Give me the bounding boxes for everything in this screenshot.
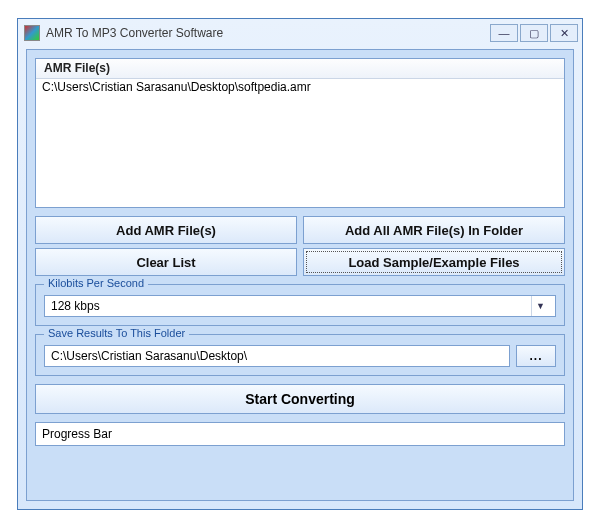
app-icon	[24, 25, 40, 41]
save-folder-input[interactable]: C:\Users\Cristian Sarasanu\Desktop\	[44, 345, 510, 367]
load-sample-button[interactable]: Load Sample/Example Files	[303, 248, 565, 276]
start-converting-button[interactable]: Start Converting	[35, 384, 565, 414]
clear-list-button[interactable]: Clear List	[35, 248, 297, 276]
save-folder-group: Save Results To This Folder C:\Users\Cri…	[35, 334, 565, 376]
window-chrome: AMR To MP3 Converter Software — ▢ ✕ AMR …	[0, 0, 600, 528]
maximize-button[interactable]: ▢	[520, 24, 548, 42]
kilobits-group: Kilobits Per Second 128 kbps ▼	[35, 284, 565, 326]
kilobits-value: 128 kbps	[51, 299, 100, 313]
chevron-down-icon[interactable]: ▼	[531, 296, 549, 316]
progress-bar: Progress Bar	[35, 422, 565, 446]
app-frame: AMR To MP3 Converter Software — ▢ ✕ AMR …	[17, 18, 583, 510]
titlebar[interactable]: AMR To MP3 Converter Software — ▢ ✕	[18, 19, 582, 47]
minimize-button[interactable]: —	[490, 24, 518, 42]
add-folder-button[interactable]: Add All AMR File(s) In Folder	[303, 216, 565, 244]
add-files-button[interactable]: Add AMR File(s)	[35, 216, 297, 244]
file-list[interactable]: AMR File(s) C:\Users\Cristian Sarasanu\D…	[35, 58, 565, 208]
file-list-header[interactable]: AMR File(s)	[36, 59, 564, 79]
close-button[interactable]: ✕	[550, 24, 578, 42]
window-title: AMR To MP3 Converter Software	[46, 26, 488, 40]
progress-label: Progress Bar	[42, 427, 112, 441]
save-folder-value: C:\Users\Cristian Sarasanu\Desktop\	[51, 349, 247, 363]
browse-button[interactable]: ...	[516, 345, 556, 367]
file-list-row[interactable]: C:\Users\Cristian Sarasanu\Desktop\softp…	[36, 79, 564, 95]
save-folder-legend: Save Results To This Folder	[44, 327, 189, 339]
kilobits-combo[interactable]: 128 kbps ▼	[44, 295, 556, 317]
kilobits-legend: Kilobits Per Second	[44, 277, 148, 289]
client-area: AMR File(s) C:\Users\Cristian Sarasanu\D…	[26, 49, 574, 501]
